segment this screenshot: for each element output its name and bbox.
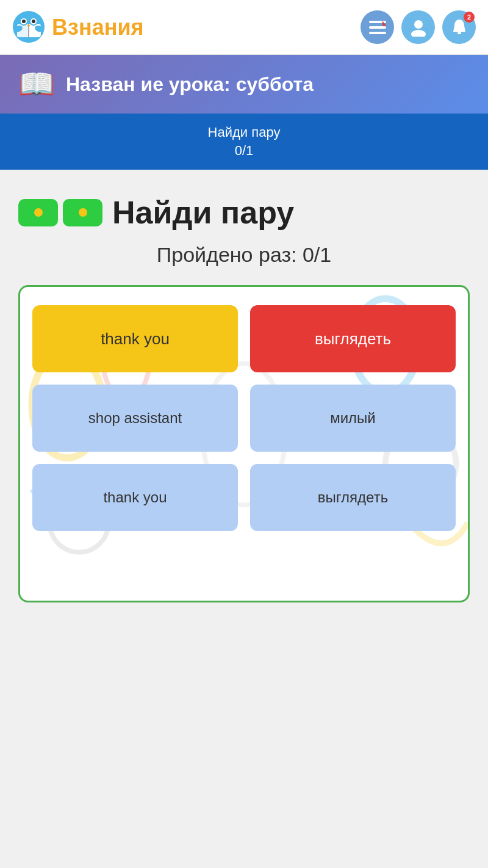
app-header: Взнания 2	[0, 0, 488, 55]
match-card: thank you выглядеть shop assistant милый…	[18, 285, 470, 602]
logo-icon	[12, 10, 46, 44]
svg-rect-13	[369, 32, 386, 34]
game-header: Найди пару	[18, 194, 470, 231]
list-button[interactable]	[361, 10, 394, 44]
svg-rect-17	[458, 32, 461, 34]
notification-badge: 2	[464, 12, 475, 23]
user-icon	[409, 18, 428, 37]
progress-label: Найди пару	[11, 125, 477, 140]
card-icon-1	[18, 199, 58, 226]
word-button-vyglyadet-1[interactable]: выглядеть	[250, 305, 456, 372]
word-button-thank-you-2[interactable]: thank you	[32, 464, 238, 531]
word-button-shop-assistant[interactable]: shop assistant	[32, 385, 238, 452]
svg-point-15	[414, 20, 423, 29]
game-score: Пройдено раз: 0/1	[18, 243, 470, 267]
card-dot-1	[34, 208, 43, 217]
app-title: Взнания	[52, 15, 144, 40]
notification-button[interactable]: 2	[442, 10, 476, 44]
lesson-banner: 📖 Назван ие урока: суббота	[0, 55, 488, 114]
svg-point-16	[411, 30, 426, 37]
card-dot-2	[79, 208, 87, 217]
progress-count: 0/1	[11, 143, 477, 159]
svg-point-6	[22, 20, 26, 23]
main-content: Найди пару Пройдено раз: 0/1 thank you в…	[0, 170, 488, 621]
svg-point-7	[32, 20, 35, 23]
word-button-thank-you-1[interactable]: thank you	[32, 305, 238, 372]
game-icons	[18, 199, 102, 226]
svg-rect-12	[369, 26, 386, 29]
lesson-title: Назван ие урока: суббота	[66, 73, 314, 96]
header-actions: 2	[361, 10, 476, 44]
user-button[interactable]	[401, 10, 435, 44]
lesson-book-icon: 📖	[18, 67, 55, 101]
card-icon-2	[63, 199, 102, 226]
word-button-milyy[interactable]: милый	[250, 385, 456, 452]
logo-area: Взнания	[12, 10, 361, 44]
progress-section: Найди пару 0/1	[0, 114, 488, 170]
game-title: Найди пару	[112, 194, 294, 231]
match-grid: thank you выглядеть shop assistant милый…	[32, 305, 456, 531]
list-icon	[369, 21, 386, 34]
word-button-vyglyadet-2[interactable]: выглядеть	[250, 464, 456, 531]
